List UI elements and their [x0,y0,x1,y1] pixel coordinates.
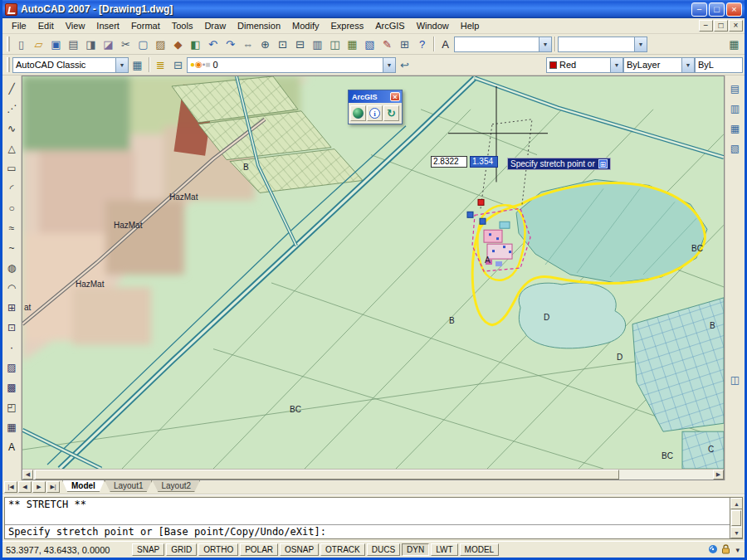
quickcalc-icon[interactable]: ⊞ [396,36,413,53]
zoom-realtime-icon[interactable]: ⊕ [256,36,274,53]
table-style-icon[interactable]: ▦ [725,36,743,53]
toolbar-grip[interactable] [7,57,10,72]
layer-properties-icon[interactable]: ≣ [152,56,169,74]
command-scrollbar[interactable]: ▲ ▼ [730,498,742,538]
zoom-window-icon[interactable]: ⊡ [274,36,291,53]
polyline-icon[interactable]: ∿ [3,119,21,139]
ellipse-arc-icon[interactable]: ◠ [3,278,21,298]
menu-item[interactable]: View [60,20,91,32]
menu-item[interactable]: Modify [286,20,325,32]
copy-icon[interactable]: ▢ [134,36,152,53]
toolbar-lock-icon[interactable] [721,543,730,558]
grid-toggle[interactable]: GRID [166,543,197,556]
mdi-minimize-button[interactable]: − [699,20,713,32]
drawing-area[interactable]: HazMatHazMatHazMatatBBBCBCBCBDDCA ArcGIS… [22,75,725,480]
layer-states-icon[interactable]: ⊟ [169,56,187,74]
chevron-down-icon[interactable]: ▼ [681,58,694,72]
lineweight-combo[interactable]: ByL [695,57,743,73]
arcgis-refresh-button[interactable]: ↻ [383,105,399,121]
scrollbar-thumb[interactable] [35,470,619,480]
arc-icon[interactable]: ◜ [3,178,21,198]
arcgis-title-bar[interactable]: ArcGIS × [349,90,402,103]
scroll-down-button[interactable]: ▼ [730,527,742,538]
arcgis-identify-button[interactable]: i [367,105,383,121]
help-icon[interactable]: ? [413,36,431,53]
text-style-manager-icon[interactable]: A [437,36,454,53]
osnap-toggle[interactable]: OSNAP [280,543,319,556]
restore-button[interactable]: □ [709,2,725,17]
scroll-right-button[interactable]: ▶ [713,470,724,480]
layout-tab[interactable]: Layout2 [152,480,200,492]
docked-toolbar-icon[interactable]: ◫ [726,370,744,390]
tab-nav-button[interactable]: ▶ [32,481,46,493]
hatch-icon[interactable]: ▨ [3,358,21,377]
spline-icon[interactable]: ~ [3,238,21,258]
communication-center-icon[interactable] [708,543,718,558]
tab-nav-button[interactable]: ◀ [18,481,32,493]
match-properties-icon[interactable]: ◆ [169,36,187,53]
otrack-toggle[interactable]: OTRACK [320,543,365,556]
dynamic-input-angle[interactable]: 1.354 [470,156,498,168]
polygon-icon[interactable]: △ [3,139,21,158]
workspace-combo[interactable]: AutoCAD Classic ▼ [12,57,129,73]
model-toggle[interactable]: MODEL [460,543,500,556]
ortho-toggle[interactable]: ORTHO [198,543,238,556]
chevron-down-icon[interactable]: ▼ [539,37,551,51]
status-tray-arrow[interactable]: ▾ [734,546,741,554]
tab-nav-button[interactable]: |◀ [4,481,17,493]
rectangle-icon[interactable]: ▭ [3,158,21,178]
arcgis-close-button[interactable]: × [390,92,400,101]
chevron-down-icon[interactable]: ▼ [115,58,128,72]
gradient-icon[interactable]: ▩ [3,377,21,397]
menu-item[interactable]: Dimension [232,20,286,32]
scroll-up-button[interactable]: ▲ [730,498,742,509]
command-prompt[interactable]: Specify stretch point or [Base point/Cop… [5,525,730,538]
menu-item[interactable]: File [6,20,32,32]
polar-toggle[interactable]: POLAR [240,543,278,556]
plot-preview-icon[interactable]: ◨ [82,36,100,53]
ellipse-icon[interactable]: ◍ [3,258,21,278]
layout-tab[interactable]: Layout1 [105,480,153,492]
dim-style-combo[interactable]: ▼ [558,37,647,52]
menu-item[interactable]: Format [125,20,166,32]
redo-icon[interactable]: ↷ [222,36,239,53]
arcgis-globe-button[interactable] [350,105,366,121]
workspace-settings-icon[interactable]: ▦ [129,56,146,74]
pan-icon[interactable]: ⇔ [239,36,256,53]
cut-icon[interactable]: ✂ [117,36,134,53]
view-toolbar-icon[interactable]: ▥ [726,99,744,119]
tool-palettes-icon[interactable]: ▦ [344,36,361,53]
viewports-toolbar-icon[interactable]: ▤ [726,79,744,99]
point-icon[interactable]: · [3,338,21,358]
publish-icon[interactable]: ◪ [100,36,117,53]
menu-item[interactable]: Insert [90,20,125,32]
save-icon[interactable]: ▣ [47,36,65,53]
scrollbar-thumb[interactable] [731,510,741,526]
text-style-combo[interactable]: ▼ [454,37,552,52]
paste-icon[interactable]: ▨ [152,36,169,53]
menu-item[interactable]: ArcGIS [369,20,410,32]
toolbar-grip[interactable] [7,37,10,51]
ducs-toggle[interactable]: DUCS [367,543,400,556]
revcloud-icon[interactable]: ≈ [3,218,21,238]
map-canvas[interactable] [22,76,724,469]
make-block-icon[interactable]: ⊡ [3,318,21,338]
layout-tab[interactable]: Model [62,480,105,492]
plot-icon[interactable]: ▤ [65,36,82,53]
arcgis-toolbar-window[interactable]: ArcGIS × i ↻ [348,90,403,124]
mtext-icon[interactable]: A [3,437,21,457]
scroll-left-button[interactable]: ◀ [22,470,33,480]
zoom-previous-icon[interactable]: ⊟ [291,36,309,53]
open-icon[interactable]: ▱ [30,36,47,53]
close-button[interactable]: × [726,2,742,17]
tab-nav-button[interactable]: ▶| [46,481,60,493]
ucs-toolbar-icon[interactable]: ▦ [726,119,744,139]
menu-item[interactable]: Window [411,20,455,32]
sheet-set-icon[interactable]: ▧ [361,36,378,53]
line-icon[interactable]: ╱ [3,79,21,99]
insert-block-icon[interactable]: ⊞ [3,298,21,318]
construction-line-icon[interactable]: ⋰ [3,99,21,119]
menu-item[interactable]: Tools [166,20,199,32]
circle-icon[interactable]: ○ [3,198,21,218]
layer-previous-icon[interactable]: ↩ [396,56,413,74]
